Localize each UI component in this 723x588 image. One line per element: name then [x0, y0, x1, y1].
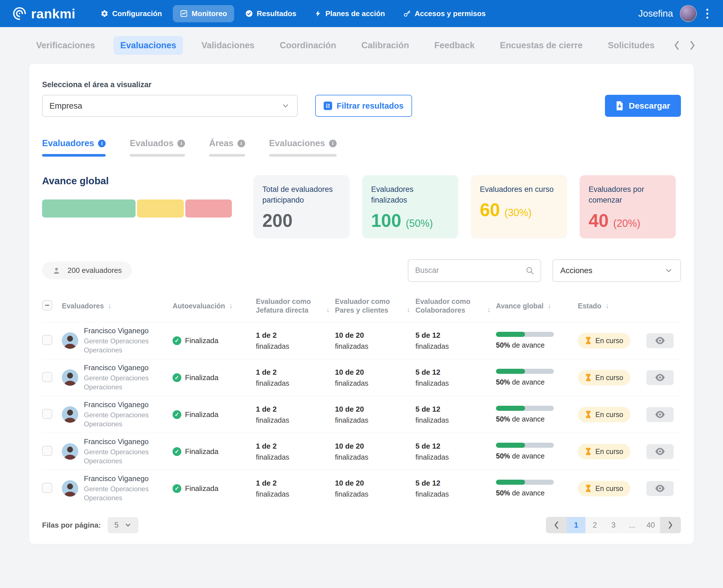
stat-value: 60: [480, 200, 500, 220]
main-panel: Selecciona el área a visualizar Empresa …: [29, 63, 694, 544]
tabs-scroll-right-icon[interactable]: [689, 41, 696, 50]
sort-icon[interactable]: ↓: [326, 305, 330, 315]
bolt-icon: [314, 9, 322, 18]
sort-icon[interactable]: ↓: [407, 305, 410, 315]
view-detail-button[interactable]: [646, 407, 674, 422]
info-icon[interactable]: i: [329, 140, 337, 147]
top-navbar: rankmi Configuración Monitoreo Resultado…: [0, 0, 723, 27]
select-all-checkbox[interactable]: [42, 300, 52, 310]
view-detail-button[interactable]: [646, 333, 674, 348]
filter-results-button[interactable]: Filtrar resultados: [315, 95, 412, 117]
subtab-evaluadores[interactable]: Evaluadores i: [42, 138, 106, 156]
row-checkbox[interactable]: [42, 372, 52, 382]
evaluator-avatar: [62, 480, 78, 497]
sort-icon[interactable]: ↓: [605, 301, 609, 311]
tab-encuestas-de-cierre[interactable]: Encuestas de cierre: [493, 36, 589, 55]
stat-card-total: Total de evaluadores participando 200: [253, 175, 350, 238]
nav-item-configuracion[interactable]: Configuración: [94, 5, 169, 22]
evaluator-avatar: [62, 369, 78, 386]
colaboradores-count: 5 de 12 finalizadas: [416, 368, 496, 387]
nav-item-accesos-y-permisos[interactable]: Accesos y permisos: [396, 5, 493, 22]
tab-validaciones[interactable]: Validaciones: [195, 36, 261, 55]
main-navigation: Configuración Monitoreo Resultados Plane…: [94, 5, 493, 22]
subtab-evaluados[interactable]: Evaluados i: [129, 138, 185, 156]
jefatura-count: 1 de 2 finalizadas: [256, 368, 335, 387]
page-button-40[interactable]: 40: [641, 517, 660, 533]
area-select[interactable]: Empresa: [42, 95, 298, 117]
sort-icon[interactable]: ↓: [108, 301, 112, 311]
rows-per-page-label: Filas por página:: [42, 521, 101, 530]
evaluators-count-chip: 200 evaluadores: [42, 261, 132, 279]
row-checkbox[interactable]: [42, 409, 52, 419]
tab-feedback[interactable]: Feedback: [427, 36, 482, 55]
module-tabs: Verificaciones Evaluaciones Validaciones…: [0, 27, 723, 55]
global-progress-bar: [42, 200, 232, 217]
evaluator-name: Francisco Viganego: [84, 437, 148, 446]
search-icon[interactable]: [525, 266, 534, 275]
download-file-icon: [616, 101, 624, 110]
download-button[interactable]: Descargar: [605, 95, 681, 117]
stat-card-finalizados: Evaluadores finalizados 100 (50%): [362, 175, 458, 238]
info-icon[interactable]: i: [177, 140, 185, 147]
sort-icon[interactable]: ↓: [229, 301, 233, 311]
view-detail-button[interactable]: [646, 481, 674, 496]
info-icon[interactable]: i: [238, 140, 245, 147]
view-detail-button[interactable]: [646, 370, 674, 385]
row-checkbox[interactable]: [42, 335, 52, 345]
rankmi-logo-icon: [12, 6, 27, 21]
check-circle-icon: ✓: [173, 373, 181, 382]
chevron-right-icon: [667, 521, 674, 529]
evaluator-role: Gerente Operaciones Operaciones: [84, 447, 148, 465]
stat-value: 40: [588, 210, 609, 231]
check-circle-icon: ✓: [173, 447, 181, 456]
info-icon[interactable]: i: [98, 140, 106, 147]
self-evaluation-status: ✓ Finalizada: [173, 410, 256, 419]
row-progress: 50% de avance: [496, 332, 578, 349]
status-badge: En curso: [578, 370, 630, 385]
check-circle-icon: ✓: [173, 410, 181, 419]
tab-solicitudes[interactable]: Solicitudes: [601, 36, 661, 55]
prev-page-button[interactable]: [546, 517, 567, 533]
brand-logo[interactable]: rankmi: [12, 6, 75, 21]
nav-item-monitoreo[interactable]: Monitoreo: [173, 5, 234, 22]
user-name: Josefina: [638, 8, 673, 19]
actions-dropdown[interactable]: Acciones: [553, 259, 681, 282]
eye-icon: [655, 374, 665, 381]
next-page-button[interactable]: [660, 517, 681, 533]
page-button-1[interactable]: 1: [567, 517, 585, 533]
page-button-3[interactable]: 3: [604, 517, 623, 533]
tab-coordinacion[interactable]: Coordinación: [273, 36, 343, 55]
user-avatar[interactable]: [680, 5, 697, 22]
evaluator-avatar: [62, 332, 78, 349]
chevron-down-icon: [124, 521, 132, 529]
stat-card-en-curso: Evaluadores en curso 60 (30%): [471, 175, 567, 238]
nav-item-resultados[interactable]: Resultados: [238, 5, 303, 22]
search-input[interactable]: [415, 266, 525, 275]
page-button-2[interactable]: 2: [585, 517, 604, 533]
eye-icon: [655, 485, 665, 492]
table-row: Francisco Viganego Gerente Operaciones O…: [42, 359, 681, 396]
chevron-down-icon: [281, 102, 290, 110]
evaluator-role: Gerente Operaciones Operaciones: [84, 411, 148, 428]
row-checkbox[interactable]: [42, 446, 52, 456]
evaluator-role: Gerente Operaciones Operaciones: [84, 337, 148, 354]
evaluator-name: Francisco Viganego: [84, 474, 148, 483]
row-checkbox[interactable]: [42, 483, 52, 493]
stat-value: 100: [371, 210, 401, 231]
view-detail-button[interactable]: [646, 444, 674, 459]
tab-verificaciones[interactable]: Verificaciones: [29, 36, 102, 55]
sort-icon[interactable]: ↓: [487, 305, 491, 315]
rows-per-page-select[interactable]: 5: [107, 517, 138, 533]
tabs-scroll-left-icon[interactable]: [673, 41, 680, 50]
more-options-icon[interactable]: [704, 7, 711, 20]
subtab-evaluaciones[interactable]: Evaluaciones i: [269, 138, 337, 156]
navbar-user-area: Josefina: [638, 5, 711, 22]
subtab-areas[interactable]: Áreas i: [209, 138, 245, 156]
nav-item-planes-de-accion[interactable]: Planes de acción: [307, 5, 392, 22]
tab-evaluaciones[interactable]: Evaluaciones: [114, 36, 183, 55]
sort-icon[interactable]: ↓: [548, 301, 551, 311]
area-select-value: Empresa: [49, 101, 82, 111]
hourglass-icon: [585, 411, 592, 418]
table-row: Francisco Viganego Gerente Operaciones O…: [42, 322, 681, 359]
tab-calibracion[interactable]: Calibración: [355, 36, 416, 55]
